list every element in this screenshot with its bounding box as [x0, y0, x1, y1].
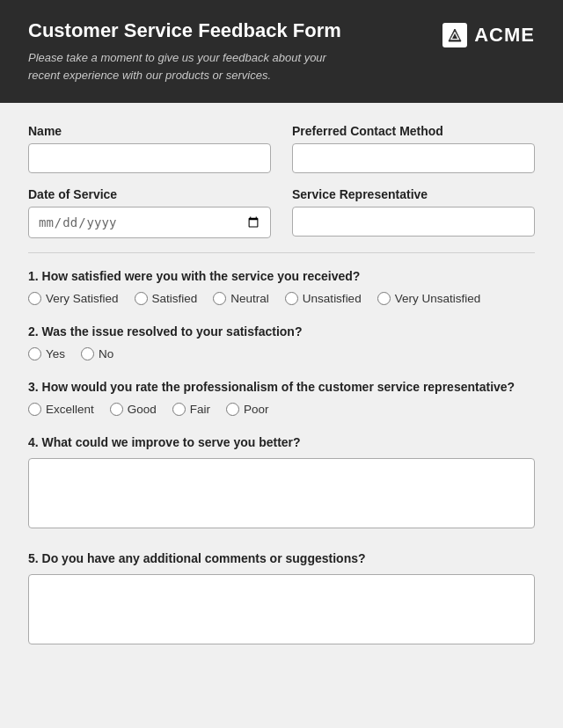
q2-option-no[interactable]: No [81, 347, 113, 360]
q2-option-yes[interactable]: Yes [28, 347, 65, 360]
q3-option-poor[interactable]: Poor [226, 403, 269, 416]
divider [28, 252, 535, 253]
q1-radio-satisfied[interactable] [135, 292, 148, 305]
question-2-label: 2. Was the issue resolved to your satisf… [28, 324, 535, 339]
logo-area: ACME [442, 23, 535, 47]
q2-radio-yes[interactable] [28, 347, 41, 360]
q1-label-very-satisfied: Very Satisfied [46, 292, 119, 305]
question-5-textarea[interactable] [28, 574, 535, 644]
header-subtitle: Please take a moment to give us your fee… [28, 49, 327, 84]
question-5-label: 5. Do you have any additional comments o… [28, 551, 535, 565]
preferred-contact-field-group: Preferred Contact Method [292, 124, 535, 173]
q1-label-unsatisfied: Unsatisfied [303, 292, 362, 305]
preferred-contact-input[interactable] [292, 143, 535, 173]
question-4-label: 4. What could we improve to serve you be… [28, 435, 535, 449]
q3-radio-fair[interactable] [172, 403, 186, 416]
q3-label-excellent: Excellent [46, 403, 94, 416]
q3-label-poor: Poor [244, 403, 269, 416]
form-body: Name Preferred Contact Method Date of Se… [0, 103, 563, 695]
date-label: Date of Service [28, 187, 271, 201]
q1-radio-very-unsatisfied[interactable] [377, 292, 391, 305]
rep-field-group: Service Representative [292, 187, 535, 238]
q1-option-very-satisfied[interactable]: Very Satisfied [28, 292, 119, 305]
question-4-block: 4. What could we improve to serve you be… [28, 435, 535, 532]
q3-option-fair[interactable]: Fair [172, 403, 210, 416]
header: Customer Service Feedback Form Please ta… [0, 0, 563, 103]
q1-option-neutral[interactable]: Neutral [213, 292, 269, 305]
q2-label-no: No [99, 347, 113, 360]
q1-label-very-unsatisfied: Very Unsatisfied [395, 292, 481, 305]
field-row-1: Name Preferred Contact Method [28, 124, 535, 173]
q3-option-excellent[interactable]: Excellent [28, 403, 94, 416]
question-2-block: 2. Was the issue resolved to your satisf… [28, 324, 535, 360]
header-left: Customer Service Feedback Form Please ta… [28, 19, 341, 84]
q1-radio-unsatisfied[interactable] [285, 292, 298, 305]
q2-label-yes: Yes [46, 347, 65, 360]
question-5-block: 5. Do you have any additional comments o… [28, 551, 535, 648]
question-3-block: 3. How would you rate the professionalis… [28, 380, 535, 416]
q3-radio-excellent[interactable] [28, 403, 41, 416]
q1-option-very-unsatisfied[interactable]: Very Unsatisfied [377, 292, 481, 305]
question-3-label: 3. How would you rate the professionalis… [28, 380, 535, 394]
question-3-radio-group: Excellent Good Fair Poor [28, 403, 535, 416]
name-label: Name [28, 124, 271, 138]
q3-option-good[interactable]: Good [110, 403, 157, 416]
logo-text: ACME [474, 24, 535, 47]
q1-radio-neutral[interactable] [213, 292, 226, 305]
q3-radio-good[interactable] [110, 403, 123, 416]
q1-option-unsatisfied[interactable]: Unsatisfied [285, 292, 362, 305]
name-input[interactable] [28, 143, 271, 173]
question-4-textarea[interactable] [28, 458, 535, 528]
q1-label-neutral: Neutral [230, 292, 269, 305]
question-1-label: 1. How satisfied were you with the servi… [28, 269, 535, 283]
field-row-2: Date of Service Service Representative [28, 187, 535, 238]
rep-label: Service Representative [292, 187, 535, 201]
preferred-contact-label: Preferred Contact Method [292, 124, 535, 138]
q3-label-fair: Fair [190, 403, 210, 416]
question-2-radio-group: Yes No [28, 347, 535, 360]
question-1-radio-group: Very Satisfied Satisfied Neutral Unsatis… [28, 292, 535, 305]
rep-input[interactable] [292, 207, 535, 237]
date-input[interactable] [28, 207, 271, 238]
name-field-group: Name [28, 124, 271, 173]
q1-radio-very-satisfied[interactable] [28, 292, 41, 305]
q3-label-good: Good [128, 403, 157, 416]
question-1-block: 1. How satisfied were you with the servi… [28, 269, 535, 305]
logo-icon [442, 23, 467, 47]
q1-option-satisfied[interactable]: Satisfied [135, 292, 198, 305]
page-title: Customer Service Feedback Form [28, 19, 341, 42]
q3-radio-poor[interactable] [226, 403, 239, 416]
q1-label-satisfied: Satisfied [152, 292, 198, 305]
date-field-group: Date of Service [28, 187, 271, 238]
q2-radio-no[interactable] [81, 347, 94, 360]
